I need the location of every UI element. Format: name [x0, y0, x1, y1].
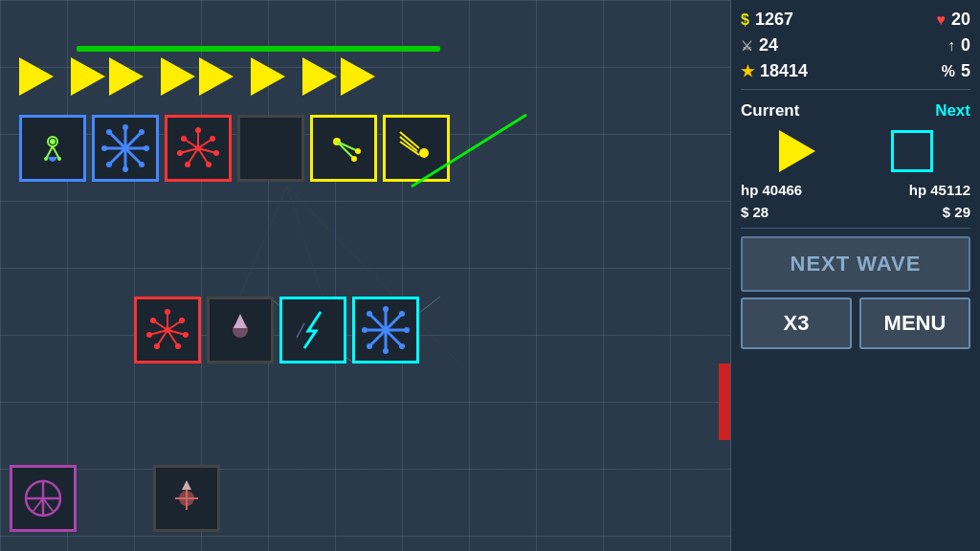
svg-point-72 — [383, 348, 389, 354]
tower-bottom-mid[interactable] — [153, 465, 220, 532]
next-wave-icon — [891, 130, 933, 172]
svg-point-58 — [179, 318, 185, 323]
enemy-triangle-double2 — [302, 57, 375, 96]
svg-point-17 — [106, 162, 112, 167]
tower-freeze[interactable] — [92, 115, 159, 182]
tower-bottom-left[interactable] — [10, 465, 77, 532]
svg-line-34 — [337, 142, 354, 159]
tower-arrow[interactable] — [207, 297, 274, 364]
svg-point-4 — [44, 157, 48, 161]
tower-sniper[interactable] — [383, 115, 450, 182]
hp-row: hp 40466 hp 45112 — [741, 182, 970, 198]
svg-point-37 — [355, 148, 361, 154]
svg-point-10 — [122, 124, 128, 130]
svg-point-29 — [206, 162, 212, 167]
enemy-triangle-3 — [251, 57, 285, 96]
svg-point-77 — [399, 311, 405, 317]
hp-current: hp 40466 — [741, 182, 802, 198]
sword-stat: ⚔ 24 — [741, 35, 778, 55]
current-wave-icon — [779, 130, 815, 172]
svg-point-60 — [175, 343, 181, 349]
game-area — [0, 0, 730, 551]
hearts-stat: ♥ 20 — [936, 10, 970, 30]
stars-value: 18414 — [760, 61, 808, 81]
svg-point-78 — [367, 343, 372, 349]
current-next-labels: Current Next — [741, 101, 970, 121]
dollar-icon: $ — [741, 11, 749, 29]
tower-water[interactable] — [19, 115, 86, 182]
current-label: Current — [741, 101, 799, 121]
arrow-icon: ↑ — [947, 37, 955, 55]
money-value: 1267 — [755, 10, 793, 30]
svg-point-71 — [383, 306, 389, 312]
svg-point-63 — [150, 318, 156, 323]
sword-icon: ⚔ — [741, 38, 753, 54]
stats-row-2: ⚔ 24 ↑ 0 — [741, 35, 970, 55]
arrow-stat: ↑ 0 — [947, 35, 970, 55]
tower-empty[interactable] — [237, 115, 304, 182]
svg-point-59 — [183, 332, 189, 338]
svg-point-36 — [351, 156, 357, 162]
svg-marker-65 — [234, 314, 247, 328]
menu-button[interactable]: MENU — [859, 298, 970, 349]
tower-freeze-2[interactable] — [352, 297, 419, 364]
svg-point-32 — [181, 136, 187, 142]
tower-row-1 — [19, 115, 450, 182]
tower-splash-2[interactable] — [134, 297, 201, 364]
percent-value: 5 — [961, 61, 970, 81]
red-bar — [719, 364, 730, 440]
enemy-triangle-double — [71, 57, 144, 96]
svg-point-27 — [210, 136, 215, 142]
bottom-buttons: X3 MENU — [741, 298, 970, 349]
svg-point-28 — [213, 150, 219, 156]
cost-row: $ 28 $ 29 — [741, 204, 970, 220]
x3-button[interactable]: X3 — [741, 298, 852, 349]
svg-point-74 — [404, 327, 410, 333]
svg-point-61 — [154, 343, 160, 349]
sword-value: 24 — [759, 35, 778, 55]
svg-point-75 — [367, 311, 372, 317]
divider-2 — [741, 228, 970, 229]
svg-line-82 — [33, 498, 43, 511]
health-bar — [77, 46, 440, 52]
divider-1 — [741, 89, 970, 90]
svg-point-14 — [106, 129, 112, 135]
cost-current: $ 28 — [741, 204, 768, 220]
tower-lightning[interactable] — [279, 297, 346, 364]
heart-icon: ♥ — [936, 11, 946, 29]
svg-point-57 — [165, 309, 170, 315]
enemy-triangle-1 — [19, 57, 54, 96]
money-stat: $ 1267 — [741, 10, 793, 30]
enemy-triangle-fast — [161, 57, 234, 96]
hearts-value: 20 — [951, 10, 970, 30]
svg-point-26 — [195, 127, 201, 133]
tower-splash[interactable] — [165, 115, 232, 182]
stats-row-3: ★ 18414 % 5 — [741, 61, 970, 81]
hp-next: hp 45112 — [909, 182, 970, 198]
svg-line-35 — [337, 142, 358, 151]
svg-marker-87 — [182, 480, 191, 490]
svg-point-31 — [177, 150, 183, 156]
svg-line-66 — [297, 323, 304, 338]
next-wave-button[interactable]: NEXT WAVE — [741, 236, 970, 292]
enemies-row — [19, 57, 375, 96]
next-label: Next — [935, 101, 970, 121]
svg-line-83 — [43, 498, 53, 511]
svg-point-38 — [419, 148, 429, 158]
game-content — [0, 0, 730, 551]
svg-point-11 — [122, 166, 128, 172]
tower-row-2 — [134, 297, 419, 364]
stats-row-1: $ 1267 ♥ 20 — [741, 10, 970, 30]
wave-icons — [741, 130, 970, 172]
svg-point-30 — [185, 162, 190, 167]
stars-stat: ★ 18414 — [741, 61, 808, 81]
svg-point-15 — [139, 162, 145, 167]
right-panel: $ 1267 ♥ 20 ⚔ 24 ↑ 0 ★ 18414 % 5 Current… — [730, 0, 980, 551]
svg-point-3 — [50, 139, 56, 144]
cost-next: $ 29 — [943, 204, 970, 220]
svg-point-12 — [101, 145, 107, 151]
tower-targeting[interactable] — [310, 115, 377, 182]
svg-point-76 — [399, 343, 405, 349]
svg-point-73 — [362, 327, 368, 333]
arrow-value: 0 — [961, 35, 970, 55]
